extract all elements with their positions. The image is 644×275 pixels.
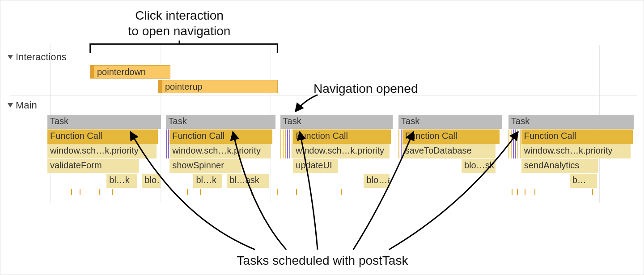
sliver [520,144,521,158]
flame-entry[interactable]: validateForm [47,159,139,173]
sliver [513,144,514,158]
sliver [401,144,402,158]
flame-task[interactable]: Task [47,115,161,129]
tick [200,189,201,195]
lane-blocks: bl…kblo…skbl…kbl…askblo…askb… [0,174,644,188]
sliver [168,129,169,144]
sliver [515,144,516,158]
tick [112,189,113,195]
annotation-text: Click interactionto open navigation [128,8,231,38]
flame-entry[interactable]: blo…sk [462,159,496,173]
interaction-bar-pointerdown[interactable]: pointerdown [90,65,170,79]
sliver [289,129,290,144]
sliver [401,129,402,144]
interaction-label: pointerdown [97,67,146,77]
flame-entry[interactable]: sendAnalytics [521,159,599,173]
tick [592,189,593,195]
sliver [287,129,288,144]
sliver [517,144,518,158]
track-label-text: Interactions [16,51,67,63]
tick [277,189,278,195]
diagram-canvas: Click interactionto open navigation Inte… [0,0,644,275]
tick [534,189,535,195]
sliver [285,129,286,144]
flame-entry[interactable]: saveToDatabase [402,144,496,158]
sliver [292,144,292,158]
tick [517,189,518,195]
flame-entry[interactable]: window.sch…k.priority [169,144,271,158]
sliver [292,129,292,144]
flame-block[interactable]: bl…k [106,174,137,188]
flame-entry[interactable]: showSpinner [169,159,242,173]
track-label-text: Main [16,100,37,111]
flame-function-call[interactable]: Function Call [402,129,500,144]
annotation-navigation-opened: Navigation opened [314,81,418,96]
track-label-main[interactable]: Main [8,100,37,111]
flame-entry[interactable]: window.sch…k.priority [293,144,390,158]
sliver [287,144,288,158]
tick [71,189,72,195]
flame-task[interactable]: Task [508,115,634,129]
tick [80,189,80,195]
sliver [289,144,290,158]
tick [341,189,342,195]
annotation-click-interaction: Click interactionto open navigation [81,8,278,39]
sliver [280,144,281,158]
annotation-text: Navigation opened [314,82,418,96]
flame-entry[interactable]: window.sch…k.priority [521,144,631,158]
interaction-bar-pointerup[interactable]: pointerup [158,80,278,93]
sliver [511,144,512,158]
flame-task[interactable]: Task [280,115,393,129]
tick [512,189,513,195]
sliver [508,144,509,158]
sliver [508,129,509,144]
sliver [285,144,286,158]
tick [99,189,100,195]
track-label-interactions[interactable]: Interactions [8,51,67,63]
sliver [515,129,516,144]
flame-block[interactable]: bl…k [193,174,222,188]
lane-level-3: validateFormshowSpinnerupdateUIblo…sksen… [0,159,644,173]
tick [251,189,252,195]
sliver [166,144,167,158]
annotation-tasks-scheduled: Tasks scheduled with postTask [179,253,466,268]
lane-level-2: window.sch…k.prioritywindow.sch…k.priori… [0,144,644,158]
flame-function-call[interactable]: Function Call [293,129,391,144]
annotation-text: Tasks scheduled with postTask [237,254,408,267]
flame-task[interactable]: Task [398,115,502,129]
lane-task: TaskTaskTaskTaskTask [0,115,644,129]
sliver [283,129,284,144]
flame-block[interactable]: bl…ask [227,174,268,188]
tick [296,189,297,195]
sliver [517,129,518,144]
sliver [168,144,169,158]
flame-block[interactable]: b… [570,174,597,188]
flame-block[interactable]: blo…sk [142,174,161,188]
tick [525,189,525,195]
sliver [398,129,399,144]
chevron-down-icon [8,55,13,59]
flame-entry[interactable]: updateUI [293,159,338,173]
flame-function-call[interactable]: Function Call [47,129,158,144]
sliver [283,144,284,158]
flame-function-call[interactable]: Function Call [169,129,272,144]
sliver [511,129,512,144]
sliver [520,129,521,144]
interaction-label: pointerup [165,82,202,92]
flame-function-call[interactable]: Function Call [521,129,633,144]
flame-task[interactable]: Task [166,115,276,129]
flame-block[interactable]: blo…ask [364,174,390,188]
sliver [398,144,399,158]
sliver [166,129,167,144]
sliver [513,129,514,144]
lane-function-call: Function CallFunction CallFunction CallF… [0,129,644,144]
sliver [280,129,281,144]
chevron-down-icon [8,103,13,108]
tick [187,189,188,195]
flame-entry[interactable]: window.sch…k.priority [47,144,157,158]
